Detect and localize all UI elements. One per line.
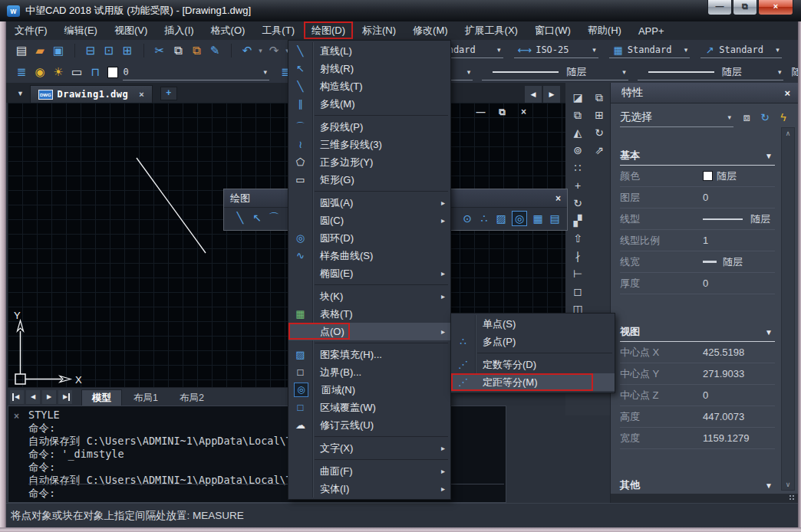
minimize-button[interactable]: — [707, 0, 732, 15]
menu-item[interactable] [288, 434, 450, 439]
extend-icon[interactable]: ⊢ [569, 265, 587, 283]
menu-item-text[interactable]: 文字(X) ▸ [288, 439, 450, 457]
move-icon[interactable]: + [569, 177, 587, 195]
menu-window[interactable]: 窗口(W) [526, 21, 579, 40]
property-row[interactable]: 中心点 X 425.5198 [620, 342, 775, 363]
menu-item-hatch[interactable]: ▨ 图案填充(H)... [288, 346, 450, 363]
quick-select-icon[interactable]: ⧈ [740, 111, 753, 124]
new-document-button[interactable]: + [160, 87, 177, 100]
menu-express-tools[interactable]: 扩展工具(X) [457, 21, 526, 40]
undo-caret-icon[interactable]: ▾ [256, 41, 265, 61]
chevron-down-icon[interactable]: ▾ [776, 46, 780, 54]
chevron-down-icon[interactable]: ▾ [592, 46, 596, 54]
chevron-down-icon[interactable]: ▾ [467, 68, 471, 76]
menu-item-donut[interactable]: ◎ 圆环(D) [288, 229, 450, 247]
text-tool-icon[interactable]: ▤ [546, 212, 563, 225]
menu-item-rectangle[interactable]: ▭ 矩形(G) [288, 171, 450, 189]
menu-help[interactable]: 帮助(H) [579, 21, 630, 40]
layer-on-icon[interactable]: ◉ [31, 62, 49, 82]
menu-app[interactable]: APP+ [630, 23, 673, 39]
toolbar-icon[interactable] [68, 44, 75, 57]
paste-icon[interactable]: ⧉ [187, 41, 206, 61]
offset-icon[interactable]: ⊚ [569, 142, 587, 159]
menu-item-arc[interactable]: 圆弧(A) ▸ [288, 194, 450, 212]
chevron-down-icon[interactable]: ▾ [778, 68, 782, 76]
scroll-left-icon[interactable]: ◀ [524, 85, 542, 103]
menu-item[interactable] [451, 350, 615, 356]
print-export-icon[interactable]: ⊞ [118, 41, 137, 61]
property-row[interactable]: 线型比例 1 [620, 230, 775, 251]
menu-item[interactable] [288, 282, 450, 287]
menu-insert[interactable]: 插入(I) [156, 21, 202, 40]
point-tool-icon[interactable]: ∴ [476, 212, 493, 225]
scroll-up-icon[interactable]: ∧ [782, 130, 794, 137]
chevron-down-icon[interactable]: ▾ [622, 68, 626, 76]
menu-edit[interactable]: 编辑(E) [56, 21, 106, 40]
menu-item-circle[interactable]: 圆(C) ▸ [288, 212, 450, 229]
cut-icon[interactable]: ✂ [150, 41, 169, 61]
menu-item[interactable] [288, 189, 450, 194]
menu-item-solid[interactable]: 实体(I) ▸ [288, 480, 450, 498]
print-preview-icon[interactable]: ⊡ [100, 41, 118, 61]
chevron-down-icon[interactable]: ▾ [497, 46, 501, 54]
collapse-icon[interactable]: ▼ [765, 152, 773, 160]
section-view[interactable]: 视图 ▼ [620, 325, 775, 342]
donut-tool-icon[interactable]: ⊙ [459, 212, 476, 225]
menu-item[interactable] [288, 457, 450, 462]
menu-item-line[interactable]: ╲ 直线(L) [288, 42, 450, 60]
stretch-icon[interactable]: ⇧ [569, 230, 587, 248]
section-basic[interactable]: 基本 ▼ [620, 149, 775, 166]
print-icon[interactable]: ⊟ [81, 41, 100, 61]
property-row[interactable]: 颜色 随层 [620, 166, 775, 187]
chevron-down-icon[interactable]: ▾ [727, 113, 731, 121]
line-tool-icon[interactable]: ╲ [232, 212, 249, 225]
collapse-icon[interactable]: ▼ [765, 328, 773, 337]
menu-item-3d-polyline[interactable]: ≀ 三维多段线(3) [288, 136, 450, 153]
undo-icon[interactable]: ↶ [238, 41, 256, 61]
scale-icon[interactable]: ▞ [569, 212, 587, 230]
menu-item[interactable] [288, 340, 450, 346]
arc-tool-icon[interactable]: ⌒ [265, 212, 282, 225]
layer-freeze-icon[interactable]: ☀ [49, 62, 68, 82]
close-icon[interactable]: × [14, 411, 19, 422]
collapse-icon[interactable]: ▼ [765, 481, 773, 490]
tab-layout2[interactable]: 布局2 [170, 390, 214, 406]
menu-format[interactable]: 格式(O) [203, 21, 254, 40]
child-minimize-button[interactable]: — [474, 107, 487, 117]
rotate-icon[interactable]: ↻ [569, 195, 587, 212]
menu-item-multiline[interactable]: ∥ 多线(M) [288, 95, 450, 113]
paste-block-icon[interactable]: ⊞ [590, 107, 608, 124]
layer-properties-icon[interactable]: ≣ [12, 62, 31, 82]
menu-draw[interactable]: 绘图(D) [303, 21, 354, 40]
copy-clip-icon[interactable]: ⧉ [590, 89, 608, 107]
menu-item-ray[interactable]: ↖ 射线(R) [288, 60, 450, 77]
menu-view[interactable]: 视图(V) [106, 21, 156, 40]
copy-icon[interactable]: ⧉ [169, 41, 187, 61]
toolbar-icon[interactable] [224, 44, 232, 57]
property-row[interactable]: 线宽 随层 [620, 251, 775, 273]
menu-item-polygon[interactable]: ⬠ 正多边形(Y) [288, 153, 450, 171]
palette-resize-grip[interactable] [611, 494, 798, 503]
menu-item-construction-line[interactable]: ╲ 构造线(T) [288, 77, 450, 95]
menu-tools[interactable]: 工具(T) [253, 21, 303, 40]
section-other[interactable]: 其他 ▼ [620, 478, 775, 494]
selection-combo[interactable]: 无选择 ▾ [620, 108, 733, 127]
array-icon[interactable]: ∷ [569, 159, 587, 177]
table-style-combo[interactable]: ▦ Standard ▾ [609, 42, 691, 58]
menu-modify[interactable]: 修改(M) [404, 21, 457, 40]
match-properties-icon[interactable]: ✎ [206, 41, 224, 61]
menu-item-spline[interactable]: ∿ 样条曲线(S) [288, 247, 450, 264]
toggle-pickadd-icon[interactable]: ↻ [758, 111, 772, 124]
linetype-combo[interactable]: 随层 ▾ [482, 64, 628, 80]
layer-lock-icon[interactable]: ⊓ [86, 62, 104, 82]
close-icon[interactable]: × [555, 193, 561, 204]
layer-combo[interactable]: 0 ▾ [123, 64, 269, 80]
close-icon[interactable]: × [784, 87, 790, 99]
hatch-tool-icon[interactable]: ▨ [493, 212, 509, 225]
restore-button[interactable]: ⧉ [733, 0, 757, 15]
document-tab[interactable]: DWG Drawing1.dwg × [30, 85, 153, 103]
menu-item-single-point[interactable]: 单点(S) [451, 315, 615, 333]
scroll-down-icon[interactable]: ∨ [782, 481, 794, 488]
property-row[interactable]: 高度 447.0073 [620, 406, 775, 428]
property-row[interactable]: 线型 随层 [620, 209, 775, 230]
